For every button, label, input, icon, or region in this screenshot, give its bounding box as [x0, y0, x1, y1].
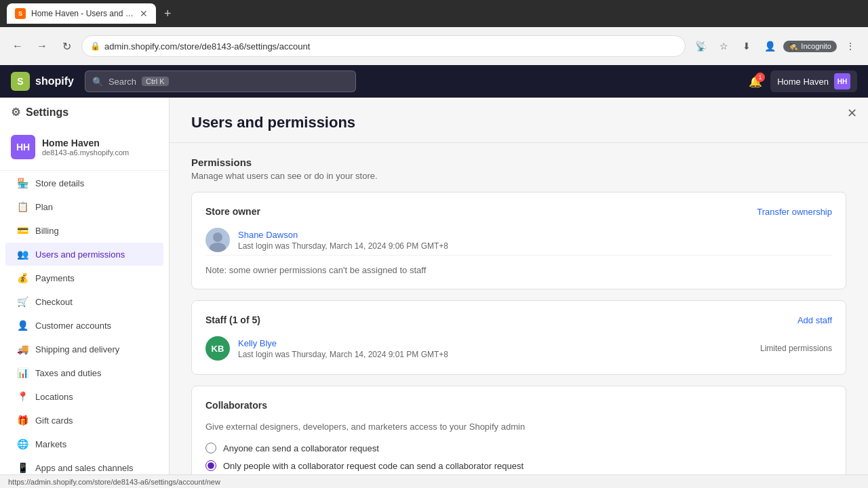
collaborators-card: Collaborators Give external designers, d…	[191, 386, 846, 474]
status-bar: https://admin.shopify.com/store/de8143-a…	[0, 474, 868, 488]
sidebar-item-users-permissions[interactable]: 👥 Users and permissions	[5, 243, 163, 266]
store-owner-info: Shane Dawson Last login was Thursday, Ma…	[238, 230, 832, 251]
store-owner-name[interactable]: Shane Dawson	[238, 230, 832, 240]
incognito-button[interactable]: 🕵 Incognito	[783, 41, 837, 52]
sidebar-item-markets[interactable]: 🌐 Markets	[5, 432, 163, 455]
sidebar-item-gift-cards[interactable]: 🎁 Gift cards	[5, 409, 163, 432]
sidebar-item-apps-sales-channels[interactable]: 📱 Apps and sales channels	[5, 456, 163, 474]
owner-permissions-note: Note: some owner permissions can't be as…	[205, 255, 832, 275]
new-tab-button[interactable]: +	[164, 7, 172, 21]
svg-point-1	[213, 232, 222, 242]
address-bar[interactable]: 🔒 admin.shopify.com/store/de8143-a6/sett…	[81, 35, 686, 57]
search-icon: 🔍	[92, 77, 103, 87]
sidebar-item-label: Markets	[35, 439, 66, 449]
sidebar-item-label: Locations	[35, 392, 73, 402]
sidebar-item-customer-accounts[interactable]: 👤 Customer accounts	[5, 314, 163, 337]
settings-close-button[interactable]: ✕	[847, 106, 857, 121]
sidebar-item-shipping-delivery[interactable]: 🚚 Shipping and delivery	[5, 338, 163, 361]
add-staff-button[interactable]: Add staff	[797, 315, 832, 325]
sidebar-item-label: Store details	[35, 178, 84, 188]
back-button[interactable]: ←	[8, 37, 27, 56]
lock-icon: 🔒	[90, 41, 100, 51]
sidebar-store-info: Home Haven de8143-a6.myshopify.com	[42, 138, 129, 157]
store-switcher-button[interactable]: Home Haven HH	[770, 70, 857, 92]
staff-row: KB Kelly Blye Last login was Thursday, M…	[205, 336, 832, 361]
radio-anyone[interactable]: Anyone can send a collaborator request	[205, 443, 832, 453]
sidebar-item-plan[interactable]: 📋 Plan	[5, 195, 163, 218]
content-body: Permissions Manage what users can see or…	[170, 143, 868, 474]
staff-name[interactable]: Kelly Blye	[238, 338, 752, 348]
settings-title-bar: ⚙ Settings	[0, 98, 169, 124]
sidebar-item-label: Billing	[35, 226, 59, 236]
global-search[interactable]: 🔍 Search Ctrl K	[85, 70, 356, 92]
collaborators-card-header: Collaborators	[205, 400, 832, 411]
menu-icon[interactable]: ⋮	[841, 37, 860, 56]
settings-title-text: Settings	[26, 106, 68, 119]
tab-close-icon[interactable]: ✕	[140, 8, 148, 19]
taxes-icon: 📊	[16, 367, 28, 379]
markets-icon: 🌐	[16, 438, 28, 450]
locations-icon: 📍	[16, 390, 28, 403]
staff-initials: KB	[212, 344, 224, 354]
download-icon[interactable]: ⬇	[737, 37, 756, 56]
payments-icon: 💰	[16, 272, 28, 284]
browser-action-buttons: 📡 ☆ ⬇ 👤 🕵 Incognito ⋮	[691, 37, 860, 56]
transfer-ownership-button[interactable]: Transfer ownership	[757, 207, 832, 217]
store-header: HH Home Haven de8143-a6.myshopify.com	[0, 124, 169, 171]
sidebar-item-billing[interactable]: 💳 Billing	[5, 219, 163, 242]
profile-icon[interactable]: 👤	[760, 37, 779, 56]
page-title: Users and permissions	[191, 114, 846, 131]
sidebar-item-label: Apps and sales channels	[35, 463, 134, 473]
staff-card-title: Staff (1 of 5)	[205, 314, 260, 325]
sidebar-store-name: Home Haven	[42, 138, 129, 148]
staff-info: Kelly Blye Last login was Thursday, Marc…	[238, 338, 752, 359]
radio-anyone-input[interactable]	[205, 443, 216, 453]
app-header: S shopify 🔍 Search Ctrl K 🔔 1 Home Haven…	[0, 65, 868, 98]
users-icon: 👥	[16, 248, 28, 260]
sidebar-store-avatar: HH	[11, 135, 35, 159]
staff-card-header: Staff (1 of 5) Add staff	[205, 314, 832, 325]
collaborators-radio-group: Anyone can send a collaborator request O…	[205, 443, 832, 471]
radio-code-only-input[interactable]	[205, 460, 216, 471]
sidebar-item-checkout[interactable]: 🛒 Checkout	[5, 290, 163, 313]
sidebar-item-payments[interactable]: 💰 Payments	[5, 266, 163, 289]
sidebar-item-taxes-duties[interactable]: 📊 Taxes and duties	[5, 361, 163, 384]
store-owner-card-header: Store owner Transfer ownership	[205, 206, 832, 217]
staff-last-login: Last login was Thursday, March 14, 2024 …	[238, 350, 752, 359]
plan-icon: 📋	[16, 201, 28, 213]
sidebar-item-label: Taxes and duties	[35, 368, 102, 378]
staff-card: Staff (1 of 5) Add staff KB Kelly Blye L…	[191, 300, 846, 375]
sidebar-item-store-details[interactable]: 🏪 Store details	[5, 171, 163, 195]
settings-modal: ⚙ Settings HH Home Haven de8143-a6.mysho…	[0, 98, 868, 474]
content-header: Users and permissions	[170, 98, 868, 143]
billing-icon: 💳	[16, 224, 28, 237]
permissions-section-desc: Manage what users can see or do in your …	[191, 171, 846, 181]
settings-gear-icon: ⚙	[11, 106, 20, 119]
collaborators-card-title: Collaborators	[205, 400, 267, 411]
sidebar-store-initials: HH	[16, 142, 30, 152]
cast-icon[interactable]: 📡	[691, 37, 710, 56]
forward-button[interactable]: →	[33, 37, 52, 56]
customer-accounts-icon: 👤	[16, 319, 28, 331]
sidebar-item-label: Checkout	[35, 297, 73, 307]
checkout-icon: 🛒	[16, 296, 28, 308]
staff-avatar: KB	[205, 336, 230, 361]
store-name: Home Haven	[777, 77, 829, 87]
notifications-button[interactable]: 🔔 1	[749, 75, 762, 88]
permissions-section: Permissions Manage what users can see or…	[191, 157, 846, 181]
shopify-logo-icon: S	[11, 72, 30, 91]
sidebar-store-domain: de8143-a6.myshopify.com	[42, 148, 129, 157]
radio-anyone-label: Anyone can send a collaborator request	[223, 443, 379, 453]
sidebar-item-locations[interactable]: 📍 Locations	[5, 385, 163, 408]
address-text: admin.shopify.com/store/de8143-a6/settin…	[104, 41, 310, 52]
staff-permission-badge: Limited permissions	[760, 344, 832, 353]
header-actions: 🔔 1 Home Haven HH	[749, 70, 857, 92]
reload-button[interactable]: ↻	[57, 37, 76, 56]
shopify-logo-text: shopify	[35, 75, 74, 87]
search-placeholder: Search	[108, 77, 136, 87]
radio-code-only[interactable]: Only people with a collaborator request …	[205, 460, 832, 471]
store-owner-last-login: Last login was Thursday, March 14, 2024 …	[238, 241, 832, 251]
bookmark-icon[interactable]: ☆	[714, 37, 733, 56]
active-tab[interactable]: S Home Haven - Users and permi ✕	[7, 3, 156, 24]
gift-cards-icon: 🎁	[16, 414, 28, 426]
